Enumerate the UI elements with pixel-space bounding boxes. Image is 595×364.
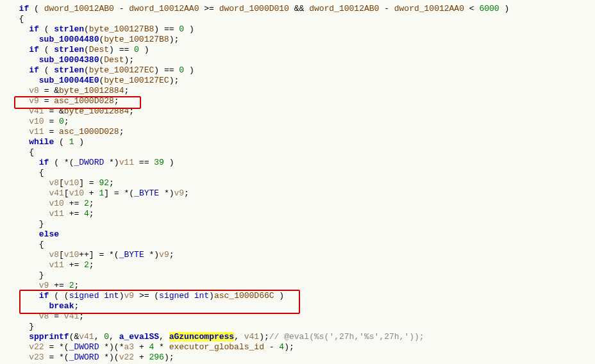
code-line: if ( strlen(Dest) == 0 )	[9, 45, 149, 54]
local-var: v41	[64, 311, 79, 321]
func-spprintf: spprintf	[29, 332, 69, 342]
local-var: v9	[159, 250, 169, 260]
global-var: dword_10012AB0	[309, 4, 379, 13]
global-var: byte_10012884	[64, 106, 129, 116]
code-line: v10 = 0;	[9, 117, 69, 126]
code-line: {	[9, 240, 44, 249]
code-line: v9 += 2;	[9, 281, 79, 290]
local-var: v9	[29, 96, 39, 106]
global-var: dword_10012AA0	[129, 4, 199, 13]
code-line: spprintf(&v41, 0, a_evalSS, aGzuncompres…	[9, 332, 424, 342]
code-line: if ( dword_10012AB0 - dword_10012AA0 >= …	[9, 4, 509, 13]
code-line: {	[9, 168, 44, 178]
local-var: v11	[29, 127, 44, 136]
code-line: break;	[9, 301, 79, 311]
local-var: v10	[49, 199, 63, 208]
code-line: if ( strlen(byte_100127EC) == 0 )	[9, 65, 194, 75]
code-line: v41 = &byte_10012884;	[9, 106, 134, 116]
code-line: v11 += 4;	[9, 209, 94, 219]
code-line: if ( (signed int)v9 >= (signed int)asc_1…	[9, 291, 284, 301]
local-var: v41	[49, 188, 63, 198]
global-var: Dest	[104, 55, 124, 65]
keyword-if: if	[29, 24, 39, 34]
code-line: }	[9, 219, 44, 229]
typecast: _DWORD	[69, 342, 99, 352]
code-line: }	[9, 270, 44, 280]
code-line: sub_100044E0(byte_100127EC);	[9, 76, 179, 85]
keyword-while: while	[29, 137, 54, 147]
global-var: byte_100127EC	[89, 65, 154, 75]
local-var: v11	[49, 209, 63, 219]
code-line: {	[9, 147, 34, 157]
local-var: v10	[29, 117, 44, 126]
local-var: v11	[119, 158, 134, 167]
code-line: sub_10004480(byte_100127B8);	[9, 35, 179, 44]
typecast: signed int	[69, 291, 119, 301]
code-line: v8[v10] = 92;	[9, 178, 114, 188]
code-line: v10 += 2;	[9, 199, 94, 208]
local-var: v9	[174, 188, 185, 198]
code-line: if ( strlen(byte_100127B8) == 0 )	[9, 24, 194, 34]
local-var: v41	[29, 106, 44, 116]
local-var: v22	[119, 352, 134, 362]
global-var: byte_10012884	[59, 86, 124, 95]
typecast: _DWORD	[69, 352, 99, 362]
code-line: if ( *(_DWORD *)v11 == 39 )	[9, 158, 174, 167]
global-var: Dest	[89, 45, 109, 54]
code-line: v22 = *(_DWORD *)(*a3 + 4 * executor_glo…	[9, 342, 294, 352]
local-var: v41	[79, 332, 94, 342]
local-var: v10	[64, 250, 79, 260]
code-line: sub_10004380(Dest);	[9, 55, 134, 65]
code-line: v23 = *(_DWORD *)(v22 + 296);	[9, 352, 174, 362]
func-strlen: strlen	[54, 24, 84, 34]
keyword-if: if	[39, 291, 49, 301]
global-var: asc_1000D66C	[214, 291, 274, 301]
local-var: v8	[29, 86, 39, 95]
code-line: v9 = asc_1000D028;	[9, 96, 119, 106]
func-strlen: strlen	[54, 45, 84, 54]
func-strlen: strlen	[54, 65, 84, 75]
keyword-else: else	[39, 229, 59, 239]
code-line: v8[v10++] = *(_BYTE *)v9;	[9, 250, 174, 260]
keyword-if: if	[29, 45, 39, 54]
code-line: v41[v10 + 1] = *(_BYTE *)v9;	[9, 188, 189, 198]
global-var: dword_1000D010	[219, 4, 289, 13]
local-var: v9	[39, 281, 49, 290]
local-var: v23	[29, 352, 44, 362]
global-var: byte_100127B8	[104, 35, 169, 44]
local-var: v11	[49, 260, 63, 270]
keyword-if: if	[19, 4, 29, 13]
global-var: asc_1000D028	[54, 96, 114, 106]
global-var: dword_10012AA0	[394, 4, 464, 13]
code-line: }	[9, 322, 34, 331]
code-line: v8 = &byte_10012884;	[9, 86, 129, 95]
global-var: byte_100127EC	[104, 76, 169, 85]
global-var: executor_globals_id	[169, 342, 264, 352]
local-var: a3	[124, 342, 134, 352]
number-literal: 6000	[479, 4, 499, 13]
keyword-if: if	[39, 158, 49, 167]
local-var: v10	[69, 188, 84, 198]
local-var: v9	[124, 291, 134, 301]
local-var: v41	[244, 332, 259, 342]
decompiled-code-block: if ( dword_10012AB0 - dword_10012AA0 >= …	[0, 0, 595, 364]
local-var: v8	[39, 311, 49, 321]
func-a_evalSS: a_evalSS	[119, 332, 159, 342]
func-sub: sub_100044E0	[39, 76, 99, 85]
func-aGzuncompress: aGzuncompress	[169, 332, 234, 342]
typecast: _DWORD	[74, 158, 104, 167]
local-var: v8	[49, 250, 59, 260]
keyword-break: break	[49, 301, 74, 311]
code-line: v11 = asc_1000D028;	[9, 127, 124, 136]
func-sub: sub_10004480	[39, 35, 99, 44]
global-var: dword_10012AB0	[44, 4, 114, 13]
code-line: else	[9, 229, 59, 239]
code-line: while ( 1 )	[9, 137, 84, 147]
local-var: v10	[64, 178, 79, 188]
code-line: v8 = v41;	[9, 311, 84, 321]
typecast: _BYTE	[134, 188, 159, 198]
keyword-if: if	[29, 65, 39, 75]
global-var: byte_100127B8	[89, 24, 154, 34]
func-sub: sub_10004380	[39, 55, 99, 65]
code-line: v11 += 2;	[9, 260, 94, 270]
